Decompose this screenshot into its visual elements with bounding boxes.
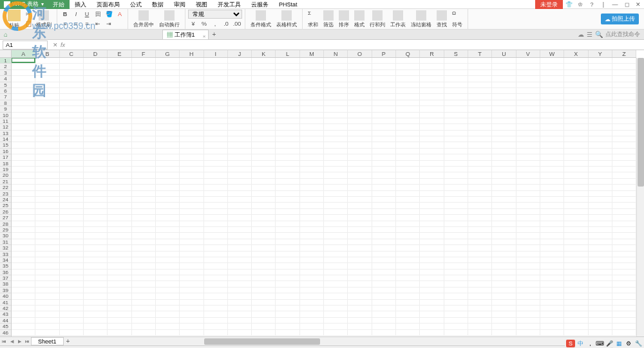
- cell[interactable]: [348, 318, 372, 323]
- cell[interactable]: [84, 64, 108, 69]
- sort-button[interactable]: 排序: [336, 9, 352, 30]
- cell[interactable]: [228, 167, 252, 172]
- cell[interactable]: [324, 106, 348, 111]
- row-header[interactable]: 45: [0, 324, 11, 329]
- cell[interactable]: [444, 215, 468, 220]
- cell[interactable]: [444, 324, 468, 329]
- cell[interactable]: [468, 88, 492, 93]
- cell[interactable]: [84, 142, 108, 147]
- cell[interactable]: [180, 275, 204, 280]
- cell[interactable]: [35, 233, 59, 238]
- cell[interactable]: [396, 58, 420, 63]
- cell[interactable]: [468, 161, 492, 166]
- cell[interactable]: [180, 136, 204, 142]
- cell[interactable]: [396, 300, 420, 305]
- cell[interactable]: [300, 167, 324, 172]
- cell[interactable]: [396, 263, 420, 268]
- cell[interactable]: [540, 324, 564, 329]
- horizontal-scrollbar[interactable]: [75, 338, 644, 345]
- cell[interactable]: [300, 106, 324, 111]
- cell[interactable]: [372, 76, 396, 81]
- cell[interactable]: [492, 215, 516, 220]
- cell[interactable]: [468, 113, 492, 118]
- cell[interactable]: [372, 197, 396, 202]
- cell[interactable]: [84, 281, 108, 286]
- cell[interactable]: [300, 172, 324, 178]
- cell[interactable]: [348, 94, 372, 99]
- cell[interactable]: [324, 252, 348, 257]
- cell[interactable]: [60, 161, 84, 166]
- column-header[interactable]: A: [12, 50, 35, 57]
- cell[interactable]: [516, 311, 540, 316]
- cell[interactable]: [348, 106, 372, 111]
- cell[interactable]: [252, 239, 276, 244]
- cell[interactable]: [468, 82, 492, 87]
- cell[interactable]: [228, 191, 252, 196]
- cell[interactable]: [60, 142, 84, 147]
- cell[interactable]: [228, 161, 252, 166]
- cell[interactable]: [84, 76, 108, 81]
- cell[interactable]: [12, 233, 35, 238]
- cell[interactable]: [396, 281, 420, 286]
- cell[interactable]: [348, 324, 372, 329]
- cell[interactable]: [204, 100, 228, 105]
- cell[interactable]: [108, 288, 131, 293]
- cell[interactable]: [108, 227, 131, 232]
- cell[interactable]: [12, 209, 35, 214]
- column-header[interactable]: V: [516, 50, 540, 57]
- cell[interactable]: [156, 58, 180, 63]
- cell[interactable]: [564, 70, 588, 75]
- cell[interactable]: [492, 106, 516, 111]
- merge-center-button[interactable]: 合并居中: [131, 9, 156, 30]
- cell[interactable]: [132, 124, 156, 129]
- cell[interactable]: [348, 275, 372, 280]
- cell[interactable]: [444, 221, 468, 226]
- cell[interactable]: [84, 318, 108, 323]
- cell[interactable]: [444, 239, 468, 244]
- cell[interactable]: [35, 281, 59, 286]
- ime-mic-icon[interactable]: 🎤: [605, 340, 614, 347]
- column-header[interactable]: C: [60, 50, 84, 57]
- cell[interactable]: [12, 227, 35, 232]
- cell[interactable]: [324, 263, 348, 268]
- cell[interactable]: [12, 197, 35, 202]
- cell[interactable]: [60, 233, 84, 238]
- cells-area[interactable]: [12, 58, 636, 336]
- cell[interactable]: [180, 288, 204, 293]
- copy-button[interactable]: 📋: [23, 19, 33, 28]
- column-header[interactable]: L: [276, 50, 299, 57]
- column-header[interactable]: S: [444, 50, 468, 57]
- cell[interactable]: [348, 270, 372, 275]
- cell[interactable]: [35, 100, 59, 105]
- cell[interactable]: [12, 88, 35, 93]
- cell[interactable]: [324, 197, 348, 202]
- cell[interactable]: [540, 330, 564, 335]
- sheet-nav-last[interactable]: ⏭: [23, 337, 31, 346]
- cell[interactable]: [516, 203, 540, 208]
- cell[interactable]: [108, 281, 131, 286]
- cell[interactable]: [276, 252, 299, 257]
- cell[interactable]: [324, 281, 348, 286]
- cell[interactable]: [540, 161, 564, 166]
- login-badge[interactable]: 未登录: [535, 0, 563, 9]
- cell[interactable]: [276, 191, 299, 196]
- cell[interactable]: [612, 203, 636, 208]
- cell[interactable]: [564, 245, 588, 250]
- cell[interactable]: [444, 172, 468, 178]
- cell[interactable]: [300, 311, 324, 316]
- table-style-button[interactable]: 表格样式: [274, 9, 299, 30]
- cell[interactable]: [348, 124, 372, 129]
- cell[interactable]: [444, 161, 468, 166]
- cell[interactable]: [35, 306, 59, 311]
- cell[interactable]: [492, 306, 516, 311]
- cell[interactable]: [108, 257, 131, 262]
- cell[interactable]: [276, 64, 299, 69]
- cell[interactable]: [348, 239, 372, 244]
- cell[interactable]: [180, 179, 204, 184]
- cell[interactable]: [180, 149, 204, 154]
- cell[interactable]: [564, 142, 588, 147]
- cell[interactable]: [420, 161, 444, 166]
- cell[interactable]: [108, 82, 131, 87]
- cell[interactable]: [468, 209, 492, 214]
- decimal-decrease-button[interactable]: .00: [232, 19, 242, 28]
